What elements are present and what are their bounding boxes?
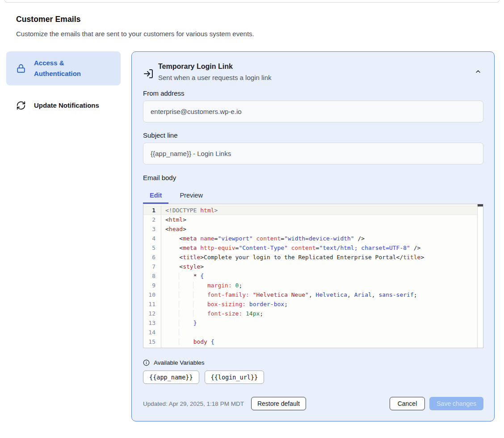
editor-scrollbar[interactable] [477, 204, 483, 348]
info-icon[interactable] [143, 359, 150, 366]
code-line[interactable]: 8 * { [143, 271, 483, 281]
tab-edit[interactable]: Edit [143, 188, 168, 204]
line-number: 5 [143, 243, 161, 253]
line-number: 13 [143, 318, 161, 328]
line-number: 10 [143, 290, 161, 299]
code-editor-lines: 1<!DOCTYPE html>2<html>3<head>4 <meta na… [143, 204, 483, 348]
page-header: Customer Emails Customize the emails tha… [16, 15, 488, 38]
updated-timestamp: Updated: Apr 29, 2025, 1:18 PM MDT [143, 400, 244, 407]
line-number: 15 [143, 337, 161, 346]
variable-chip-app-name[interactable]: {{app_name}} [143, 371, 199, 384]
panel-header: Temporary Login Link Sent when a user re… [143, 63, 483, 81]
code-line[interactable]: 5 <meta http-equiv="Content-Type" conten… [143, 243, 483, 253]
chevron-up-icon [475, 68, 482, 75]
upper-container-edge [4, 0, 500, 3]
email-settings-panel: Temporary Login Link Sent when a user re… [131, 51, 495, 421]
line-number: 1 [143, 206, 161, 215]
panel-header-text: Temporary Login Link Sent when a user re… [158, 63, 473, 81]
cancel-button[interactable]: Cancel [390, 397, 425, 410]
sidebar-item-access-authentication[interactable]: Access & Authentication [6, 51, 121, 85]
sidebar: Access & Authentication Update Notificat… [6, 51, 121, 117]
line-number: 12 [143, 309, 161, 318]
line-number: 6 [143, 253, 161, 262]
line-number: 9 [143, 281, 161, 290]
available-variables-label: Available Variables [154, 359, 205, 366]
restore-default-button[interactable]: Restore default [251, 397, 306, 410]
code-line[interactable]: 2<html> [143, 215, 483, 224]
code-line[interactable]: 11 box-sizing: border-box; [143, 299, 483, 309]
from-address-input[interactable] [143, 101, 483, 122]
main-layout: Access & Authentication Update Notificat… [6, 51, 495, 421]
code-line[interactable]: 15 body { [143, 337, 483, 346]
email-body-tabs: Edit Preview [143, 188, 483, 204]
sidebar-item-update-notifications[interactable]: Update Notifications [6, 94, 121, 117]
tab-preview[interactable]: Preview [173, 188, 210, 204]
code-line[interactable]: 6 <title>Complete your login to the Repl… [143, 253, 483, 262]
code-line[interactable]: 3<head> [143, 224, 483, 234]
lock-icon [16, 63, 26, 73]
line-number: 14 [143, 328, 161, 337]
line-number: 11 [143, 299, 161, 309]
email-template-description: Sent when a user requests a login link [158, 74, 473, 81]
email-template-title: Temporary Login Link [158, 63, 473, 71]
code-line[interactable]: 14 [143, 328, 483, 337]
panel-footer: Updated: Apr 29, 2025, 1:18 PM MDT Resto… [143, 397, 483, 410]
variable-chips: {{app_name}} {{login_url}} [143, 371, 483, 384]
code-line[interactable]: 9 margin: 0; [143, 281, 483, 290]
subject-line-label: Subject line [143, 131, 483, 139]
subject-line-input[interactable] [143, 143, 483, 164]
line-number: 2 [143, 215, 161, 224]
line-number: 4 [143, 234, 161, 243]
line-number: 16 [143, 346, 161, 348]
refresh-icon [16, 101, 26, 110]
page-subtitle: Customize the emails that are sent to yo… [16, 30, 488, 38]
line-number: 3 [143, 224, 161, 234]
line-number: 7 [143, 262, 161, 271]
page-title: Customer Emails [16, 15, 488, 24]
code-line[interactable]: 12 font-size: 14px; [143, 309, 483, 318]
code-line[interactable]: 1<!DOCTYPE html> [143, 206, 483, 215]
log-in-icon [143, 68, 154, 79]
sidebar-item-label: Access & Authentication [34, 58, 113, 79]
code-line[interactable]: 4 <meta name="viewport" content="width=d… [143, 234, 483, 243]
email-body-label: Email body [143, 174, 483, 181]
sidebar-item-label: Update Notifications [34, 100, 99, 111]
variable-chip-login-url[interactable]: {{login_url}} [205, 371, 265, 384]
code-line[interactable]: 10 font-family: "Helvetica Neue", Helvet… [143, 290, 483, 299]
code-line[interactable]: 7 <style> [143, 262, 483, 271]
collapse-panel-button[interactable] [473, 66, 483, 77]
code-line[interactable]: 16 background-color: #ffffff; [143, 346, 483, 348]
from-address-label: From address [143, 89, 483, 97]
editor-scrollbar-thumb[interactable] [478, 204, 483, 206]
code-editor[interactable]: 1<!DOCTYPE html>2<html>3<head>4 <meta na… [143, 204, 483, 348]
save-changes-button[interactable]: Save changes [429, 397, 483, 410]
available-variables-header: Available Variables [143, 359, 483, 366]
line-number: 8 [143, 271, 161, 281]
code-line[interactable]: 13 } [143, 318, 483, 328]
